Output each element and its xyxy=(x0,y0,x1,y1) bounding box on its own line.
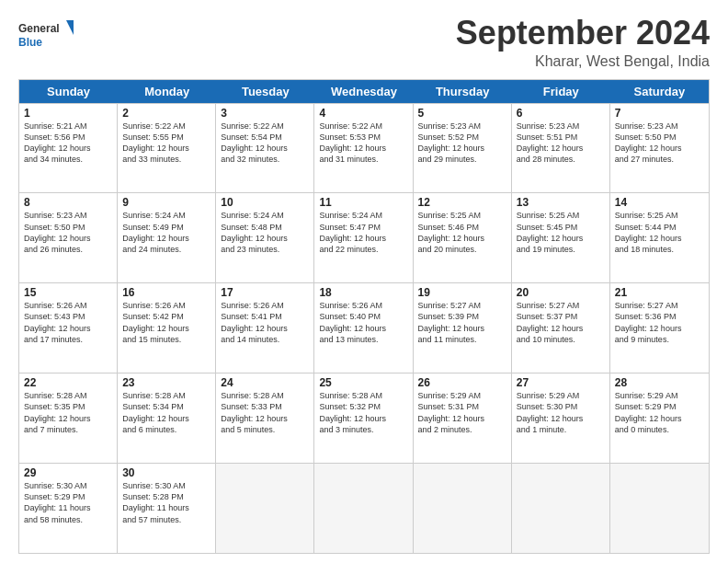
day-info: Sunrise: 5:26 AMSunset: 5:41 PMDaylight:… xyxy=(221,300,309,345)
day-number: 19 xyxy=(418,286,506,299)
page-header: General Blue September 2024 Kharar, West… xyxy=(18,15,710,70)
calendar-empty-cell xyxy=(216,464,314,553)
day-info: Sunrise: 5:22 AMSunset: 5:54 PMDaylight:… xyxy=(221,121,309,166)
day-info: Sunrise: 5:22 AMSunset: 5:53 PMDaylight:… xyxy=(319,121,407,166)
header-day-friday: Friday xyxy=(512,80,610,103)
calendar-day-23: 23Sunrise: 5:28 AMSunset: 5:34 PMDayligh… xyxy=(118,373,216,463)
day-info: Sunrise: 5:29 AMSunset: 5:30 PMDaylight:… xyxy=(517,390,605,435)
day-info: Sunrise: 5:28 AMSunset: 5:33 PMDaylight:… xyxy=(221,390,309,435)
svg-text:Blue: Blue xyxy=(18,36,42,49)
calendar-empty-cell xyxy=(314,464,413,553)
calendar-day-12: 12Sunrise: 5:25 AMSunset: 5:46 PMDayligh… xyxy=(414,193,512,282)
calendar-day-13: 13Sunrise: 5:25 AMSunset: 5:45 PMDayligh… xyxy=(512,193,610,282)
calendar-body: 1Sunrise: 5:21 AMSunset: 5:56 PMDaylight… xyxy=(19,103,709,553)
day-info: Sunrise: 5:30 AMSunset: 5:29 PMDaylight:… xyxy=(24,480,112,525)
day-number: 22 xyxy=(24,376,112,389)
calendar-day-24: 24Sunrise: 5:28 AMSunset: 5:33 PMDayligh… xyxy=(216,373,314,463)
day-number: 8 xyxy=(24,196,112,209)
day-info: Sunrise: 5:27 AMSunset: 5:36 PMDaylight:… xyxy=(615,300,704,345)
calendar: SundayMondayTuesdayWednesdayThursdayFrid… xyxy=(18,79,710,554)
day-number: 12 xyxy=(418,196,506,209)
day-info: Sunrise: 5:26 AMSunset: 5:40 PMDaylight:… xyxy=(319,300,407,345)
day-number: 6 xyxy=(517,107,605,120)
header-day-thursday: Thursday xyxy=(414,80,512,103)
svg-text:General: General xyxy=(18,22,60,35)
calendar-day-16: 16Sunrise: 5:26 AMSunset: 5:42 PMDayligh… xyxy=(118,283,216,373)
day-number: 18 xyxy=(319,286,407,299)
day-number: 27 xyxy=(517,376,605,389)
day-info: Sunrise: 5:27 AMSunset: 5:39 PMDaylight:… xyxy=(418,300,506,345)
day-info: Sunrise: 5:22 AMSunset: 5:55 PMDaylight:… xyxy=(122,121,210,166)
day-info: Sunrise: 5:27 AMSunset: 5:37 PMDaylight:… xyxy=(517,300,605,345)
calendar-day-7: 7Sunrise: 5:23 AMSunset: 5:50 PMDaylight… xyxy=(610,104,709,193)
day-number: 4 xyxy=(319,107,407,120)
calendar-day-8: 8Sunrise: 5:23 AMSunset: 5:50 PMDaylight… xyxy=(19,193,118,282)
day-info: Sunrise: 5:23 AMSunset: 5:51 PMDaylight:… xyxy=(517,121,605,166)
location: Kharar, West Bengal, India xyxy=(456,53,710,70)
header-day-wednesday: Wednesday xyxy=(314,80,413,103)
day-number: 1 xyxy=(24,107,112,120)
logo-icon: General Blue xyxy=(18,18,74,52)
day-number: 15 xyxy=(24,286,112,299)
day-number: 10 xyxy=(221,196,309,209)
calendar-day-21: 21Sunrise: 5:27 AMSunset: 5:36 PMDayligh… xyxy=(610,283,709,373)
title-block: September 2024 Kharar, West Bengal, Indi… xyxy=(456,15,710,70)
calendar-day-2: 2Sunrise: 5:22 AMSunset: 5:55 PMDaylight… xyxy=(118,104,216,193)
svg-marker-2 xyxy=(66,20,74,35)
logo: General Blue xyxy=(18,18,74,52)
day-number: 23 xyxy=(122,376,210,389)
calendar-day-6: 6Sunrise: 5:23 AMSunset: 5:51 PMDaylight… xyxy=(512,104,610,193)
calendar-header: SundayMondayTuesdayWednesdayThursdayFrid… xyxy=(19,80,709,103)
calendar-day-1: 1Sunrise: 5:21 AMSunset: 5:56 PMDaylight… xyxy=(19,104,118,193)
calendar-day-3: 3Sunrise: 5:22 AMSunset: 5:54 PMDaylight… xyxy=(216,104,314,193)
calendar-day-18: 18Sunrise: 5:26 AMSunset: 5:40 PMDayligh… xyxy=(314,283,413,373)
calendar-week-1: 1Sunrise: 5:21 AMSunset: 5:56 PMDaylight… xyxy=(19,103,709,193)
day-info: Sunrise: 5:25 AMSunset: 5:46 PMDaylight:… xyxy=(418,210,506,255)
day-number: 11 xyxy=(319,196,407,209)
day-number: 25 xyxy=(319,376,407,389)
day-number: 3 xyxy=(221,107,309,120)
day-info: Sunrise: 5:30 AMSunset: 5:28 PMDaylight:… xyxy=(122,480,210,525)
calendar-week-4: 22Sunrise: 5:28 AMSunset: 5:35 PMDayligh… xyxy=(19,373,709,463)
calendar-empty-cell xyxy=(512,464,610,553)
day-number: 21 xyxy=(615,286,704,299)
day-info: Sunrise: 5:24 AMSunset: 5:47 PMDaylight:… xyxy=(319,210,407,255)
day-info: Sunrise: 5:23 AMSunset: 5:50 PMDaylight:… xyxy=(24,210,112,255)
day-number: 26 xyxy=(418,376,506,389)
day-info: Sunrise: 5:25 AMSunset: 5:45 PMDaylight:… xyxy=(517,210,605,255)
day-info: Sunrise: 5:26 AMSunset: 5:42 PMDaylight:… xyxy=(122,300,210,345)
day-info: Sunrise: 5:28 AMSunset: 5:32 PMDaylight:… xyxy=(319,390,407,435)
day-info: Sunrise: 5:29 AMSunset: 5:29 PMDaylight:… xyxy=(615,390,704,435)
header-day-sunday: Sunday xyxy=(19,80,118,103)
day-info: Sunrise: 5:25 AMSunset: 5:44 PMDaylight:… xyxy=(615,210,704,255)
day-info: Sunrise: 5:24 AMSunset: 5:48 PMDaylight:… xyxy=(221,210,309,255)
day-number: 29 xyxy=(24,466,112,479)
day-number: 30 xyxy=(122,466,210,479)
day-info: Sunrise: 5:28 AMSunset: 5:35 PMDaylight:… xyxy=(24,390,112,435)
calendar-empty-cell xyxy=(414,464,512,553)
calendar-day-9: 9Sunrise: 5:24 AMSunset: 5:49 PMDaylight… xyxy=(118,193,216,282)
calendar-empty-cell xyxy=(610,464,709,553)
day-info: Sunrise: 5:26 AMSunset: 5:43 PMDaylight:… xyxy=(24,300,112,345)
day-info: Sunrise: 5:24 AMSunset: 5:49 PMDaylight:… xyxy=(122,210,210,255)
calendar-day-19: 19Sunrise: 5:27 AMSunset: 5:39 PMDayligh… xyxy=(414,283,512,373)
day-number: 17 xyxy=(221,286,309,299)
header-day-tuesday: Tuesday xyxy=(216,80,314,103)
calendar-day-27: 27Sunrise: 5:29 AMSunset: 5:30 PMDayligh… xyxy=(512,373,610,463)
day-info: Sunrise: 5:29 AMSunset: 5:31 PMDaylight:… xyxy=(418,390,506,435)
calendar-week-3: 15Sunrise: 5:26 AMSunset: 5:43 PMDayligh… xyxy=(19,282,709,373)
calendar-day-28: 28Sunrise: 5:29 AMSunset: 5:29 PMDayligh… xyxy=(610,373,709,463)
day-info: Sunrise: 5:28 AMSunset: 5:34 PMDaylight:… xyxy=(122,390,210,435)
day-number: 20 xyxy=(517,286,605,299)
calendar-page: General Blue September 2024 Kharar, West… xyxy=(0,0,728,563)
month-title: September 2024 xyxy=(456,15,710,52)
calendar-day-15: 15Sunrise: 5:26 AMSunset: 5:43 PMDayligh… xyxy=(19,283,118,373)
day-number: 13 xyxy=(517,196,605,209)
day-number: 7 xyxy=(615,107,704,120)
day-number: 2 xyxy=(122,107,210,120)
calendar-day-5: 5Sunrise: 5:23 AMSunset: 5:52 PMDaylight… xyxy=(414,104,512,193)
calendar-day-11: 11Sunrise: 5:24 AMSunset: 5:47 PMDayligh… xyxy=(314,193,413,282)
header-day-saturday: Saturday xyxy=(610,80,709,103)
calendar-day-29: 29Sunrise: 5:30 AMSunset: 5:29 PMDayligh… xyxy=(19,464,118,553)
calendar-day-22: 22Sunrise: 5:28 AMSunset: 5:35 PMDayligh… xyxy=(19,373,118,463)
